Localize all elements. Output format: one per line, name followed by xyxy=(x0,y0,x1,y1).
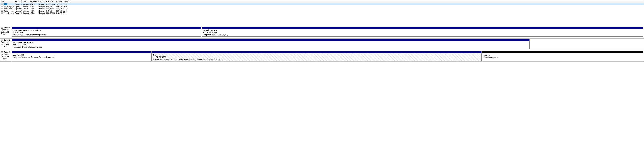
volume-layout: Простой xyxy=(14,6,22,8)
partition-sub: 111,78 ГБ NTFS xyxy=(13,44,528,46)
volume-name: (C:) xyxy=(4,3,7,5)
volume-type: Базовый xyxy=(22,6,29,8)
partition-sub: 929,07 ГБ NTFS xyxy=(152,56,480,58)
disk-icon xyxy=(1,51,3,53)
volume-layout: Простой xyxy=(14,3,22,5)
volume-capacity: 111,78 ГБ xyxy=(45,8,55,10)
volume-free: 111,54 ГБ xyxy=(55,8,62,10)
col-header-type[interactable]: Тип xyxy=(22,0,29,3)
disk-partitions: Зарезервировано системой (D:) 549 МБ NTF… xyxy=(12,26,644,37)
col-header-capacity[interactable]: Емкость xyxy=(45,0,55,3)
volume-row[interactable]: WD Green 120GB ...ПростойБазовыйNTFSИспр… xyxy=(0,8,644,10)
disk-size: 111,78 ГБ xyxy=(1,43,10,45)
volume-state: Исправен... xyxy=(38,6,45,8)
volume-free: 218,26 ГБ xyxy=(55,12,62,14)
volume-name: (Диск 2 раздел 1) xyxy=(4,6,14,8)
volume-list[interactable]: Том Располож... Тип Файловая с... Состоя… xyxy=(0,0,644,26)
disk-icon xyxy=(1,39,3,41)
volume-fs: NTFS xyxy=(29,10,38,12)
partition[interactable]: (C:) 929,07 ГБ NTFS Исправен (Загрузка, … xyxy=(152,51,482,61)
partition-sub: 549 МБ NTFS xyxy=(13,31,200,34)
volume-state: Исправен... xyxy=(38,10,45,12)
volume-fs: NTFS xyxy=(29,8,38,10)
partition-state: Исправен (Система, Активен, Основной раз… xyxy=(13,56,150,58)
volume-name: WD Green 120GB ... xyxy=(4,8,14,10)
partition-color-bar xyxy=(482,51,643,53)
partition[interactable]: Зарезервировано системой (D:) 549 МБ NTF… xyxy=(12,27,201,37)
volume-free: 466 МБ xyxy=(55,6,62,8)
volume-fs: NTFS xyxy=(29,12,38,14)
disk-title: Диск 1 xyxy=(4,39,10,41)
disk-info[interactable]: Диск 1 Базовый 111,78 ГБ В сети xyxy=(0,39,12,49)
partition-color-bar xyxy=(152,51,482,53)
disk-block-0[interactable]: Диск 0 Базовый 931,51 ГБ В сети Зарезерв… xyxy=(0,26,644,37)
volume-row[interactable]: Новый том (F:)ПростойБазовыйNTFSИсправен… xyxy=(0,12,644,14)
disk-title: Диск 0 xyxy=(4,27,10,29)
disk-status: В сети xyxy=(1,45,10,48)
volume-state: Исправен... xyxy=(38,3,45,5)
disk-info[interactable]: Диск 2 Базовый 931,51 ГБ В сети xyxy=(0,51,12,61)
partition[interactable]: Новый том (F:) 930,97 ГБ NTFS Исправен (… xyxy=(202,27,643,37)
disk-type: Базовый xyxy=(1,53,10,55)
volume-layout: Простой xyxy=(14,12,22,14)
partition-sub: 1,95 ГБ xyxy=(484,54,642,56)
volume-name-cell: Зарезервирован... xyxy=(0,10,14,12)
volume-icon xyxy=(1,6,3,7)
volume-name: Новый том (F:) xyxy=(4,12,14,14)
partition-state: Исправен (Основной раздел) xyxy=(203,34,642,36)
partition-sub: 500 МБ NTFS xyxy=(13,54,150,56)
volume-icon xyxy=(1,12,3,14)
disk-type: Базовый xyxy=(1,41,10,43)
volume-row[interactable]: (Диск 2 раздел 1)ПростойБазовыйNTFSИспра… xyxy=(0,5,644,8)
volume-free-pct: 93 % xyxy=(62,6,71,8)
volume-layout: Простой xyxy=(14,10,22,12)
partition-title: Новый том (F:) xyxy=(203,29,642,31)
volume-capacity: 929,07 ГБ xyxy=(45,3,55,5)
volume-type: Базовый xyxy=(22,12,29,14)
disk-type: Базовый xyxy=(1,29,10,31)
disk-title: Диск 2 xyxy=(4,51,10,53)
disk-size: 931,51 ГБ xyxy=(1,31,10,33)
disk-info[interactable]: Диск 0 Базовый 931,51 ГБ В сети xyxy=(0,26,12,37)
volume-row[interactable]: (C:)ПростойБазовыйNTFSИсправен...929,07 … xyxy=(0,3,644,5)
partition-color-bar xyxy=(202,27,643,29)
volume-row[interactable]: Зарезервирован...ПростойБазовыйNTFSИспра… xyxy=(0,10,644,12)
volume-icon xyxy=(1,4,3,5)
volume-type: Базовый xyxy=(22,8,29,10)
col-header-free[interactable]: Свобод... xyxy=(55,0,62,3)
disk-block-1[interactable]: Диск 1 Базовый 111,78 ГБ В сети WD Green… xyxy=(0,38,644,49)
volume-name: Зарезервирован... xyxy=(4,10,14,12)
volume-list-header: Том Располож... Тип Файловая с... Состоя… xyxy=(0,0,644,3)
volume-type: Базовый xyxy=(22,10,29,12)
col-header-volume[interactable]: Том xyxy=(0,0,14,3)
partition[interactable]: WD Green 120GB 1 (E:) 111,78 ГБ NTFS Исп… xyxy=(12,39,530,49)
col-header-rest xyxy=(71,0,644,3)
partition[interactable]: 500 МБ NTFS Исправен (Система, Активен, … xyxy=(12,51,151,61)
volume-layout: Простой xyxy=(14,8,22,10)
volume-free-pct: 85 % xyxy=(62,3,71,5)
volume-list-body: (C:)ПростойБазовыйNTFSИсправен...929,07 … xyxy=(0,3,644,14)
disk-partitions: 500 МБ NTFS Исправен (Система, Активен, … xyxy=(12,51,644,61)
volume-free: 792,01 ГБ xyxy=(55,3,62,5)
col-header-fs[interactable]: Файловая с... xyxy=(29,0,38,3)
col-header-state[interactable]: Состояние xyxy=(38,0,45,3)
partition-title: WD Green 120GB 1 (E:) xyxy=(13,42,528,44)
col-header-freepct[interactable]: Свободно % xyxy=(62,0,71,3)
volume-state: Исправен... xyxy=(38,12,45,14)
disk-status: В сети xyxy=(1,33,10,35)
disk-status: В сети xyxy=(1,58,10,60)
volume-name-cell: (Диск 2 раздел 1) xyxy=(0,6,14,8)
partition-state: Исправен (Загрузка, Файл подкачки, Авари… xyxy=(152,58,480,60)
volume-fs: NTFS xyxy=(29,6,38,8)
partition-state: Исправен (Активен, Основной раздел) xyxy=(13,34,200,36)
partition-sub: 930,97 ГБ NTFS xyxy=(203,31,642,34)
partition-unallocated[interactable]: 1,95 ГБ Не распределена xyxy=(482,51,643,61)
disk-partitions: WD Green 120GB 1 (E:) 111,78 ГБ NTFS Исп… xyxy=(12,39,644,49)
partition-color-bar xyxy=(12,27,201,29)
disk-block-2[interactable]: Диск 2 Базовый 931,51 ГБ В сети 500 МБ N… xyxy=(0,51,644,61)
col-header-layout[interactable]: Располож... xyxy=(14,0,22,3)
disk-map: Диск 0 Базовый 931,51 ГБ В сети Зарезерв… xyxy=(0,26,644,61)
volume-capacity: 500 МБ xyxy=(45,6,55,8)
partition-color-bar xyxy=(12,39,530,41)
volume-icon xyxy=(1,10,3,12)
